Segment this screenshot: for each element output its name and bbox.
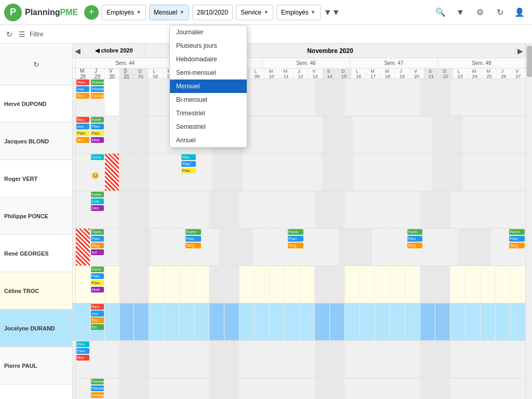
employee-row-philippe-ponce: Philippe PONCE <box>0 197 72 235</box>
filter-label: Filtre <box>30 31 44 38</box>
october-label: ◀ ctobre 2020 <box>83 44 145 58</box>
row-pierre-paul: Réu Plan Mer <box>73 341 526 378</box>
cell-herve-oct28: Ren vou Terr <box>76 79 90 116</box>
menu-item-annuel[interactable]: Annuel <box>170 134 247 147</box>
add-button[interactable]: + <box>84 5 99 20</box>
toolbar: ↻ ☰ Filtre <box>0 25 532 44</box>
refresh-button[interactable]: ↻ <box>491 4 508 21</box>
nav-row: ◀ ◀ ctobre 2020 Novembre 2020 ▶ <box>73 44 526 58</box>
employees2-dropdown[interactable]: Employés ▼ <box>276 5 321 20</box>
week-47: Sem. 47 <box>350 58 438 68</box>
view-dropdown[interactable]: Mensuel ▼ <box>149 5 189 20</box>
menu-item-bi-mensuel[interactable]: Bi-mensuel <box>170 93 247 107</box>
filter-icon-btn[interactable]: ▼▼ <box>324 4 340 21</box>
cell-jblond-oct29: Form Plan Plan Med <box>90 116 105 153</box>
logo-icon: P <box>4 4 22 21</box>
service-dropdown[interactable]: Service ▼ <box>236 5 273 20</box>
sidebar: ↻ Hervé DUPOND Jacques BLOND Roger VERT … <box>0 44 73 399</box>
main: ↻ Hervé DUPOND Jacques BLOND Roger VERT … <box>0 44 532 399</box>
employees-dropdown[interactable]: Employés ▼ <box>102 5 146 20</box>
row-philippe-ponce: Form Con Den <box>73 191 526 229</box>
header: P PlanningPME + Employés ▼ Mensuel ▼ 28/… <box>0 0 532 25</box>
employee-row-rené-georges: René GEORGES <box>0 235 72 272</box>
menu-item-semi-mensuel[interactable]: Semi-mensuel <box>170 66 247 79</box>
search-button[interactable]: 🔍 <box>432 4 449 21</box>
menu-item-semestriel[interactable]: Semestriel <box>170 120 247 134</box>
calendar-content: ◀ ◀ ctobre 2020 Novembre 2020 ▶ Sem. 44 … <box>73 44 532 399</box>
employee-row-pierre-paul: Pierre PAUL <box>0 347 72 384</box>
calendar-grid: Ren vou Terr Formatio Planifié Konoges <box>73 79 526 399</box>
employee-row-jacques-blond: Jacques BLOND <box>0 123 72 160</box>
settings-button[interactable]: ⚙ <box>472 4 488 21</box>
view-dropdown-arrow: ▼ <box>179 9 184 15</box>
cell-herve-oct29: Formatio Planifié Konoges <box>90 79 105 116</box>
date-display: 28/10/2020 <box>192 5 233 20</box>
day-J-29: J29 <box>90 69 105 78</box>
logo: P PlanningPME <box>4 4 78 21</box>
dropdown-button[interactable]: ▼ <box>452 4 469 21</box>
row-rené-georges: Form Plan Targ sui Form Pla <box>73 229 526 266</box>
day-row: M28 J29 V30 S31 D01 L02 M03 M04 J05 V06 … <box>73 69 526 79</box>
nav-next-button[interactable]: ▶ <box>515 44 526 58</box>
day-V-30: V30 <box>105 69 119 78</box>
row-jacques-blond: Ren vou Plan Terr Form Plan Plan Med <box>73 116 526 154</box>
scrollbar-thumb[interactable] <box>527 46 532 77</box>
menu-item-hebdomadaire[interactable]: Hebdomadaire <box>170 52 247 66</box>
calendar-main: ◀ ◀ ctobre 2020 Novembre 2020 ▶ Sem. 44 … <box>73 44 526 399</box>
week-44: Sem. 44 <box>76 58 175 68</box>
day-S-31: S31 <box>119 69 134 78</box>
employees-dropdown-arrow: ▼ <box>136 9 141 15</box>
employee-row-céline-troc: Céline TROC <box>0 272 72 310</box>
week-48: Sem. 48 <box>438 58 526 68</box>
menu-item-trimestriel[interactable]: Trimestriel <box>170 107 247 120</box>
profile-button[interactable]: 👤 <box>511 4 528 21</box>
day-M-28: M28 <box>76 69 90 78</box>
service-dropdown-arrow: ▼ <box>263 9 269 15</box>
cell-herve-oct31 <box>119 79 134 116</box>
cell-jblond-oct28: Ren vou Plan Terr <box>76 116 90 153</box>
row-céline-troc: Form Plan Plan Med <box>73 266 526 303</box>
employee-row-roger-vert: Roger VERT <box>0 160 72 197</box>
employee-row-jocelyne-durand: Jocelyne DURAND <box>0 310 72 347</box>
event-vouvray[interactable]: vou <box>76 86 89 92</box>
event-rendezvous[interactable]: Ren <box>76 79 89 85</box>
sidebar-refresh-icon[interactable]: ↻ <box>33 60 39 69</box>
row-pascal-ribon: Formation Planifié Konoges <box>73 378 526 399</box>
vertical-scrollbar[interactable] <box>526 44 532 399</box>
refresh-toolbar-icon[interactable]: ↻ <box>4 28 15 41</box>
nav-prev-button[interactable]: ◀ <box>73 44 83 58</box>
sidebar-header: ↻ <box>0 44 72 85</box>
filter-toggle-icon[interactable]: ☰ <box>17 28 28 41</box>
week-row: Sem. 44 Sem. 45 Sem. 46 Sem. 47 Sem. 48 <box>73 58 526 69</box>
row-jocelyne-durand: Ren vou Terr Eu <box>73 303 526 341</box>
row-roger-vert: Cons 😊 Réu Plan Plan <box>73 154 526 191</box>
view-dropdown-menu: Journalier Plusieurs jours Hebdomadaire … <box>169 25 247 148</box>
employees2-dropdown-arrow: ▼ <box>311 9 316 15</box>
employee-row-pascal-ribon: Pascal RIBON <box>0 384 72 399</box>
employee-row-hervé-dupond: Hervé DUPOND <box>0 85 72 123</box>
week-46: Sem. 46 <box>262 58 350 68</box>
menu-item-journalier[interactable]: Journalier <box>170 25 247 39</box>
event-terrain[interactable]: Terr <box>76 93 89 99</box>
row-hervé-dupond: Ren vou Terr Formatio Planifié Konoges <box>73 79 526 116</box>
menu-item-mensuel[interactable]: Mensuel <box>170 79 247 93</box>
menu-item-plusieurs-jours[interactable]: Plusieurs jours <box>170 39 247 52</box>
app-name: PlanningPME <box>25 8 78 17</box>
